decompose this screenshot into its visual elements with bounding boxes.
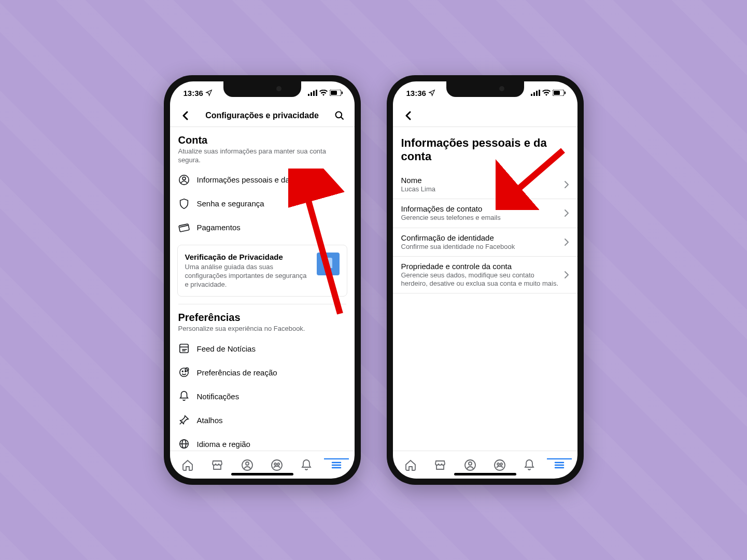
svg-rect-37 xyxy=(531,94,532,96)
search-button[interactable] xyxy=(332,110,347,121)
section-prefs-title: Preferências xyxy=(178,312,346,324)
marketplace-icon xyxy=(434,459,446,471)
home-icon xyxy=(404,459,417,471)
svg-rect-3 xyxy=(316,90,317,96)
row-sub: Gerencie seus telefones e emails xyxy=(401,214,559,222)
chevron-left-icon xyxy=(182,111,188,120)
groups-icon xyxy=(494,459,506,471)
home-indicator[interactable] xyxy=(454,473,516,475)
lock-illustration-icon xyxy=(317,253,340,275)
tab-marketplace[interactable] xyxy=(207,459,228,471)
svg-point-45 xyxy=(469,462,472,465)
svg-rect-2 xyxy=(313,91,315,96)
tab-profile[interactable] xyxy=(460,459,481,471)
privacy-check-card[interactable]: Verificação de Privacidade Uma análise g… xyxy=(177,245,347,297)
tab-home[interactable] xyxy=(400,459,421,471)
home-indicator[interactable] xyxy=(231,473,293,475)
globe-icon xyxy=(178,438,190,450)
tab-home[interactable] xyxy=(177,459,198,471)
header-title: Configurações e privacidade xyxy=(193,111,332,120)
wifi-icon xyxy=(542,90,551,96)
tab-notifications[interactable] xyxy=(519,459,540,471)
status-time: 13:36 xyxy=(406,89,426,97)
back-button[interactable] xyxy=(400,111,416,120)
item-language[interactable]: Idioma e região xyxy=(170,432,355,451)
svg-point-47 xyxy=(497,463,499,465)
svg-point-31 xyxy=(277,463,279,465)
item-password[interactable]: Senha e segurança xyxy=(170,192,355,216)
svg-point-29 xyxy=(272,460,282,470)
svg-point-30 xyxy=(274,463,276,465)
svg-point-18 xyxy=(182,371,183,372)
svg-line-8 xyxy=(341,117,343,119)
bell-tab-icon xyxy=(523,459,535,471)
section-preferences: Preferências Personalize sua experiência… xyxy=(170,304,355,337)
tab-notifications[interactable] xyxy=(296,459,317,471)
location-icon xyxy=(205,89,213,96)
row-sub: Gerencie seus dados, modifique seu conta… xyxy=(401,271,559,288)
notch xyxy=(446,81,524,97)
svg-point-7 xyxy=(335,111,342,118)
svg-rect-43 xyxy=(565,92,566,94)
search-icon xyxy=(334,110,345,121)
battery-icon xyxy=(553,90,566,96)
item-feed[interactable]: Feed de Notícias xyxy=(170,337,355,360)
pin-icon xyxy=(178,414,190,426)
menu-icon xyxy=(330,459,343,471)
svg-rect-13 xyxy=(179,344,188,353)
item-label: Informações pessoais e da conta xyxy=(197,175,311,184)
tab-groups[interactable] xyxy=(489,459,510,471)
feed-icon xyxy=(178,343,190,354)
item-shortcuts[interactable]: Atalhos xyxy=(170,408,355,432)
back-button[interactable] xyxy=(177,111,193,120)
row-label: Propriedade e controle da conta xyxy=(401,262,559,271)
phone-mockup-right: 13:36 Informações pessoais e da conta No… xyxy=(387,75,584,485)
item-label: Preferências de reação xyxy=(197,368,277,377)
profile-icon xyxy=(464,459,476,471)
svg-point-48 xyxy=(500,463,502,465)
wifi-icon xyxy=(319,90,328,96)
item-payments[interactable]: Pagamentos xyxy=(170,216,355,240)
svg-rect-42 xyxy=(554,91,560,95)
battery-icon xyxy=(330,90,343,96)
svg-point-17 xyxy=(179,368,188,377)
row-ownership[interactable]: Propriedade e controle da conta Gerencie… xyxy=(393,257,577,294)
marketplace-icon xyxy=(211,459,223,471)
row-name[interactable]: Nome Lucas Lima xyxy=(393,171,577,199)
chevron-left-icon xyxy=(405,111,411,120)
section-prefs-subtitle: Personalize sua experiência no Facebook. xyxy=(178,325,346,333)
user-circle-icon xyxy=(178,174,190,186)
svg-point-28 xyxy=(246,462,249,465)
background-pattern xyxy=(0,0,747,560)
item-notifications[interactable]: Notificações xyxy=(170,384,355,408)
location-icon xyxy=(428,89,435,96)
settings-content: Conta Atualize suas informações para man… xyxy=(170,127,355,451)
chevron-right-icon xyxy=(564,209,569,217)
item-personal-info[interactable]: Informações pessoais e da conta xyxy=(170,168,355,192)
row-identity[interactable]: Confirmação de identidade Confirme sua i… xyxy=(393,228,577,257)
tab-profile[interactable] xyxy=(237,459,258,471)
tab-menu[interactable] xyxy=(549,459,570,471)
row-label: Informações de contato xyxy=(401,204,559,213)
row-contact-info[interactable]: Informações de contato Gerencie seus tel… xyxy=(393,199,577,228)
svg-point-46 xyxy=(495,460,505,470)
item-reaction[interactable]: Preferências de reação xyxy=(170,360,355,384)
item-label: Atalhos xyxy=(197,416,223,425)
status-time: 13:36 xyxy=(184,89,203,97)
shield-icon xyxy=(178,198,190,209)
menu-icon xyxy=(553,459,566,471)
row-label: Nome xyxy=(401,176,559,185)
profile-icon xyxy=(241,459,253,471)
svg-point-10 xyxy=(182,177,186,180)
tab-groups[interactable] xyxy=(266,459,287,471)
tab-menu[interactable] xyxy=(326,459,347,471)
svg-rect-6 xyxy=(342,92,343,94)
reaction-icon xyxy=(178,367,190,378)
page-title: Informações pessoais e da conta xyxy=(393,127,577,171)
tab-marketplace[interactable] xyxy=(430,459,450,471)
bell-tab-icon xyxy=(300,459,313,471)
item-label: Idioma e região xyxy=(197,440,250,449)
svg-rect-5 xyxy=(331,91,337,95)
notch xyxy=(223,81,301,97)
home-icon xyxy=(181,459,194,471)
